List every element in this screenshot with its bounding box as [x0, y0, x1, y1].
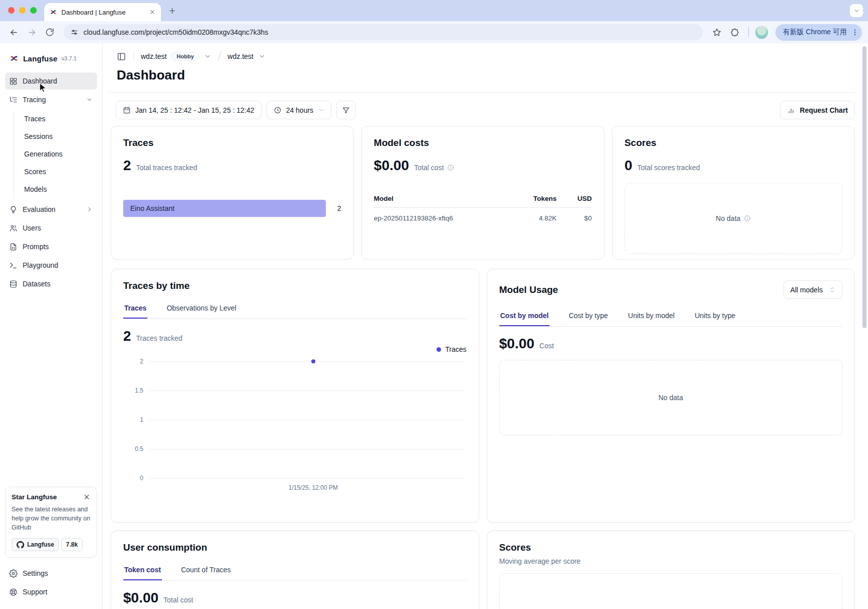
trace-bar[interactable]: Eino Assistant — [123, 200, 326, 217]
card-title: Model costs — [374, 137, 591, 148]
scores-bottom-empty-state: No data — [499, 573, 843, 609]
date-range-picker[interactable]: Jan 14, 25 : 12:42 - Jan 15, 25 : 12:42 — [116, 101, 262, 119]
sidebar-item-evaluation[interactable]: Evaluation — [5, 201, 97, 218]
chevron-down-icon[interactable] — [258, 53, 266, 60]
sidebar-item-scores[interactable]: Scores — [20, 164, 97, 180]
sidebar-item-traces[interactable]: Traces — [20, 111, 97, 127]
model-costs-card: Model costs $0.00 Total cost Model — [361, 126, 604, 260]
model-usd: $0 — [557, 214, 592, 222]
close-icon[interactable] — [83, 493, 91, 501]
request-chart-label: Request Chart — [800, 106, 848, 114]
model-name: ep-20250112193826-xftq6 — [374, 214, 508, 222]
life-buoy-icon — [9, 588, 18, 596]
filter-button[interactable] — [336, 101, 356, 119]
reload-icon — [45, 28, 54, 37]
tab-cost-by-type[interactable]: Cost by type — [568, 306, 609, 326]
sidebar-item-users[interactable]: Users — [5, 219, 97, 237]
reload-button[interactable] — [42, 25, 57, 40]
tab-token-cost[interactable]: Token cost — [123, 560, 162, 580]
close-tab-icon[interactable] — [149, 9, 156, 16]
gridline — [149, 391, 465, 391]
back-button[interactable] — [6, 25, 21, 40]
chevron-down-icon[interactable] — [204, 53, 211, 60]
tab-traces[interactable]: Traces — [123, 298, 147, 319]
page-title: Dashboard — [117, 67, 855, 83]
info-icon[interactable] — [447, 164, 454, 171]
y-tick: 2 — [140, 358, 143, 365]
data-point[interactable] — [311, 359, 315, 363]
model-usage-tabs: Cost by model Cost by type Units by mode… — [499, 306, 843, 327]
tab-cost-by-model[interactable]: Cost by model — [499, 306, 550, 326]
browser-tab[interactable]: Dashboard | Langfuse — [44, 3, 161, 21]
sidebar-item-playground[interactable]: Playground — [5, 257, 97, 274]
toolbar-divider — [748, 27, 749, 37]
traces-total-label: Total traces tracked — [136, 164, 197, 172]
request-chart-button[interactable]: Request Chart — [780, 101, 855, 119]
model-usage-card: Model Usage All models Cost by model Cos… — [487, 269, 855, 523]
sidebar-item-generations[interactable]: Generations — [20, 146, 97, 162]
interval-dropdown[interactable]: 24 hours — [267, 101, 331, 119]
forward-button[interactable] — [24, 25, 39, 40]
y-tick: 0 — [140, 475, 143, 482]
extensions-button[interactable] — [727, 25, 742, 40]
sidebar-item-sessions[interactable]: Sessions — [20, 128, 97, 144]
model-filter-select[interactable]: All models — [784, 280, 842, 299]
forward-arrow-icon — [27, 28, 37, 37]
back-arrow-icon — [9, 28, 19, 37]
fullscreen-window-button[interactable] — [30, 7, 37, 14]
plan-badge: Hobby — [171, 52, 199, 61]
kebab-menu-icon[interactable] — [851, 28, 859, 36]
traces-line-chart: 2 1.5 1 0.5 0 1/15/25, 12:00 PM — [149, 361, 465, 478]
trace-bar-value: 2 — [337, 204, 341, 212]
sidebar-item-settings[interactable]: Settings — [5, 565, 97, 582]
traces-bar-chart: Eino Assistant 2 — [123, 200, 341, 217]
sidebar-item-models[interactable]: Models — [20, 181, 97, 197]
traces-card: Traces 2 Total traces tracked Eino Assis… — [111, 126, 354, 260]
new-tab-button[interactable] — [168, 7, 177, 17]
project-name[interactable]: wdz.test — [228, 52, 253, 60]
org-name[interactable]: wdz.test — [141, 52, 166, 60]
tab-units-by-type[interactable]: Units by type — [693, 306, 736, 326]
sidebar-item-label: Generations — [24, 150, 62, 158]
sidebar-item-dashboard[interactable]: Dashboard — [5, 72, 97, 90]
model-usage-cost-value: $0.00 — [499, 336, 535, 352]
sidebar-item-prompts[interactable]: Prompts — [5, 238, 97, 255]
model-costs-label: Total cost — [414, 164, 444, 172]
info-icon[interactable] — [744, 215, 751, 222]
page-header: wdz.test Hobby wdz.test Dashboard — [111, 43, 855, 93]
tab-search-button[interactable] — [850, 4, 863, 17]
page-scrollbar[interactable] — [862, 46, 866, 328]
minimize-window-button[interactable] — [19, 7, 26, 14]
github-star-count[interactable]: 7.8k — [61, 538, 82, 551]
tracing-subnav: Traces Sessions Generations Scores Model… — [14, 111, 97, 199]
brand-name: Langfuse — [23, 54, 57, 63]
close-window-button[interactable] — [8, 7, 15, 14]
chevron-down-icon[interactable] — [86, 96, 93, 103]
gridline — [149, 449, 465, 449]
card-title: Scores — [499, 542, 843, 553]
site-settings-icon[interactable] — [70, 28, 78, 36]
profile-avatar[interactable] — [755, 26, 768, 39]
legend-dot — [437, 347, 441, 352]
github-button[interactable]: Langfuse — [12, 538, 59, 551]
sidebar-item-datasets[interactable]: Datasets — [5, 275, 97, 292]
window-controls[interactable] — [8, 7, 37, 14]
table-row[interactable]: ep-20250112193826-xftq6 4.82K $0 — [374, 208, 591, 222]
chrome-update-button[interactable]: 有新版 Chrome 可用 — [775, 24, 862, 41]
sidebar-item-label: Evaluation — [23, 205, 81, 213]
langfuse-favicon — [49, 8, 57, 16]
model-costs-value: $0.00 — [374, 158, 409, 174]
filter-bar: Jan 14, 25 : 12:42 - Jan 15, 25 : 12:42 … — [116, 101, 855, 119]
tab-observations-by-level[interactable]: Observations by Level — [165, 298, 237, 319]
main-content: wdz.test Hobby wdz.test Dashboard — [103, 43, 868, 609]
url-bar[interactable]: cloud.langfuse.com/project/cm50idm0208mx… — [63, 24, 703, 40]
model-usage-empty-state: No data — [499, 360, 843, 435]
panel-left-icon[interactable] — [117, 52, 126, 61]
tab-units-by-model[interactable]: Units by model — [627, 306, 676, 326]
sidebar-item-support[interactable]: Support — [5, 583, 97, 600]
chevron-right-icon[interactable] — [86, 206, 93, 213]
bookmark-button[interactable] — [709, 25, 724, 40]
model-usage-cost-label: Cost — [540, 342, 554, 350]
sidebar-item-tracing[interactable]: Tracing — [5, 91, 97, 108]
tab-count-of-traces[interactable]: Count of Traces — [180, 560, 232, 580]
